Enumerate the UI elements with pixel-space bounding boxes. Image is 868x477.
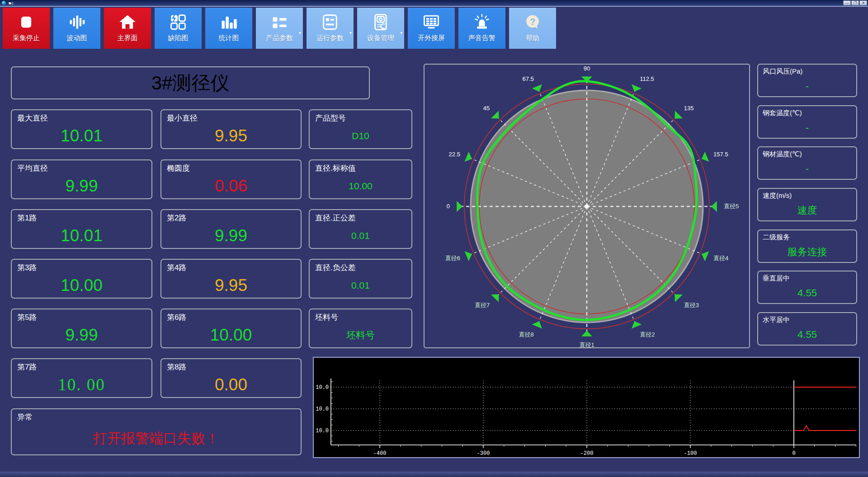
measure-card-第3路: 第3路10.00 (11, 259, 152, 299)
diameter-label: 直径2 (640, 331, 655, 338)
diameter-label: 直径5 (724, 203, 739, 210)
dropdown-arrow-icon[interactable]: ▾ (400, 30, 402, 35)
status-value: - (758, 117, 856, 138)
measure-card-第5路: 第5路9.99 (11, 309, 152, 348)
toolbar-button-label: 声音告警 (468, 34, 495, 42)
card-label: 第2路 (161, 210, 301, 223)
maximize-button[interactable]: ❐ (851, 0, 859, 5)
x-tick-label: -400 (373, 450, 387, 457)
minimize-button[interactable]: — (843, 0, 851, 5)
diameter-polar-chart: 022.54567.590112.5135157.5直径5直径4直径3直径2直径… (424, 64, 750, 348)
angle-marker-icon (532, 321, 542, 328)
dropdown-arrow-icon[interactable]: ▾ (349, 30, 352, 35)
x-tick-label: 0 (792, 450, 795, 457)
card-label: 最小直径 (161, 110, 301, 123)
home-icon (118, 12, 137, 32)
status-card-速度(m/s): 速度(m/s)速度 (757, 188, 857, 221)
toolbar-button-11[interactable]: ?帮助 (509, 8, 556, 49)
angle-marker-icon (465, 152, 472, 162)
measure-card-第6路: 第6路10.00 (160, 309, 302, 348)
toolbar-button-6[interactable]: 产品参数▾ (256, 8, 303, 49)
card-value: 9.95 (161, 123, 301, 148)
angle-marker-icon (702, 251, 709, 261)
diameter-label: 直径7 (475, 302, 490, 309)
angle-label: 0 (447, 203, 450, 210)
angle-label: 157.5 (713, 151, 728, 158)
angle-marker-icon (702, 152, 709, 162)
y-tick-label: 10.0 (316, 406, 329, 412)
status-value: 4.55 (758, 283, 856, 303)
card-label: 第5路 (12, 309, 151, 323)
toolbar-button-label: 产品参数 (266, 34, 293, 42)
toolbar-button-label: 波动图 (67, 34, 87, 42)
window-title: ■c (9, 1, 14, 5)
card-value: 0.00 (161, 372, 301, 397)
toolbar-button-7[interactable]: 运行参数▾ (307, 8, 354, 49)
status-value: 4.55 (758, 324, 856, 345)
angle-label: 45 (483, 105, 490, 112)
alarm-card: 异常打开报警端口失败！ (11, 408, 302, 455)
waveform-icon (68, 12, 86, 32)
measure-card-直径.正公差: 直径.正公差0.01 (309, 209, 412, 249)
help-icon: ? (524, 12, 542, 32)
toolbar-button-label: 统计图 (219, 34, 239, 42)
angle-marker-icon (632, 84, 642, 92)
toolbar-button-label: 运行参数 (316, 34, 344, 42)
card-label: 第3路 (12, 260, 151, 273)
status-label: 速度(m/s) (758, 189, 856, 200)
status-value: - (758, 159, 856, 179)
diameter-label: 直径4 (713, 255, 728, 262)
toolbar-button-4[interactable]: 缺陷图 (155, 8, 202, 49)
titlebar: ■c — ❐ ✕ (0, 0, 868, 7)
measure-card-第2路: 第2路9.99 (160, 209, 302, 249)
toolbar-button-label: 缺陷图 (168, 34, 189, 42)
card-label: 直径.标称值 (310, 160, 411, 173)
toolbar-button-10[interactable]: 声音告警 (458, 8, 505, 49)
bar-chart-icon (220, 12, 238, 32)
x-tick-label: -200 (580, 450, 594, 457)
card-value: 9.99 (12, 173, 151, 198)
toolbar-button-8[interactable]: 设备管理▾ (357, 8, 404, 49)
measure-card-第1路: 第1路10.01 (11, 209, 152, 249)
product-params-icon (270, 12, 288, 32)
angle-marker-icon (457, 201, 462, 212)
measure-card-第4路: 第4路9.95 (160, 259, 302, 299)
status-card-二级服务: 二级服务服务连接 (757, 229, 857, 263)
series-实测 (794, 426, 856, 430)
status-card-风口风压(Pa): 风口风压(Pa)- (757, 64, 857, 97)
card-value: 10.00 (310, 173, 411, 198)
card-label: 直径.负公差 (310, 260, 411, 273)
measure-card-直径.负公差: 直径.负公差0.01 (309, 259, 412, 299)
status-value: 服务连接 (758, 242, 856, 262)
card-value: D10 (310, 123, 411, 148)
measure-card-最大直径: 最大直径10.01 (11, 109, 152, 149)
card-value: 10.01 (12, 223, 151, 248)
angle-label: 67.5 (522, 75, 533, 82)
card-label: 坯料号 (310, 309, 411, 323)
measure-card-椭圆度: 椭圆度0.06 (160, 159, 302, 199)
device-manage-icon (372, 12, 390, 32)
measure-card-产品型号: 产品型号D10 (309, 109, 412, 149)
defect-grid-icon (169, 12, 187, 32)
status-card-钢套温度(℃): 钢套温度(℃)- (757, 105, 857, 139)
diameter-label: 直径6 (445, 255, 460, 262)
status-value: 速度 (758, 200, 856, 220)
gauge-title-card: 3#测径仪 (11, 66, 370, 99)
alarm-message: 打开报警端口失败！ (12, 422, 301, 454)
app-logo-icon (2, 1, 6, 5)
toolbar-button-5[interactable]: 统计图 (205, 8, 252, 49)
window-controls: — ❐ ✕ (843, 0, 867, 5)
toolbar-button-2[interactable]: 波动图 (53, 8, 100, 49)
siren-icon (473, 12, 491, 32)
toolbar-button-9[interactable]: 开外接屏 (408, 8, 455, 49)
trend-chart-svg: 10.010.010.0-400-300-200-1000 (314, 358, 859, 457)
card-label: 第1路 (12, 210, 151, 223)
toolbar-button-1[interactable]: 采集停止 (3, 8, 50, 49)
dropdown-arrow-icon[interactable]: ▾ (299, 30, 301, 35)
diameter-trend-chart: 10.010.010.0-400-300-200-1000 (313, 357, 860, 458)
measure-card-坯料号: 坯料号坯料号 (309, 309, 412, 348)
close-button[interactable]: ✕ (859, 0, 867, 5)
toolbar-button-3[interactable]: 主界面 (104, 8, 151, 49)
gauge-title: 3#测径仪 (151, 70, 230, 96)
card-value: 9.99 (12, 323, 151, 347)
